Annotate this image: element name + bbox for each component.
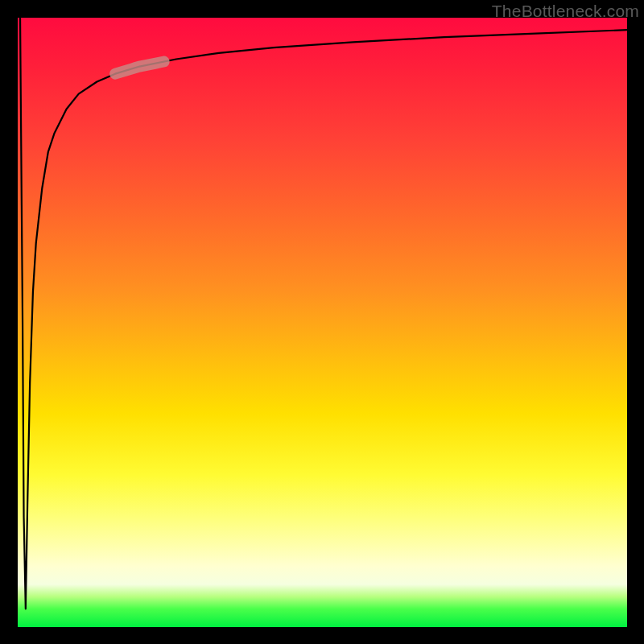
chart-stage: TheBottleneck.com	[0, 0, 644, 644]
chart-overlay	[18, 18, 627, 627]
attribution-text: TheBottleneck.com	[492, 2, 639, 21]
highlight-segment	[115, 62, 164, 74]
bottleneck-curve	[20, 18, 627, 609]
